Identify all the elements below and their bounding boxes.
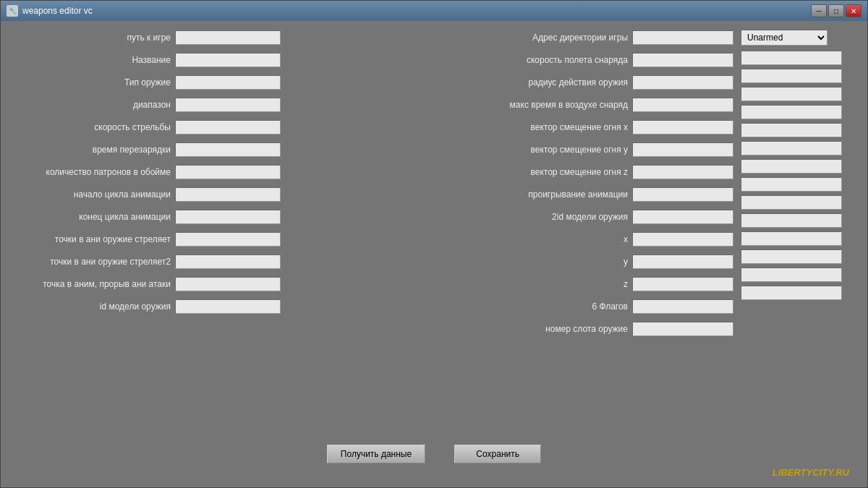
input-range xyxy=(175,98,281,112)
label-ammo-in-clip: количество патронов в обойме xyxy=(12,167,171,177)
anim-fire-point1-field[interactable] xyxy=(175,232,281,247)
fire-offset-x-field[interactable] xyxy=(632,120,733,134)
row-coord-y: y xyxy=(288,252,733,271)
reload-time-field[interactable] xyxy=(175,142,281,157)
fire-offset-z-field[interactable] xyxy=(632,165,733,179)
label-anim-play: проигрывание анимации xyxy=(528,189,628,200)
row-name: Название xyxy=(12,51,281,69)
content-area: путь к игре Название Тип оружие xyxy=(1,21,867,487)
right-input-10[interactable] xyxy=(741,213,842,228)
input-anim-cycle-end xyxy=(175,210,281,224)
right-input-2[interactable] xyxy=(741,69,842,83)
right-input-3[interactable] xyxy=(741,87,842,101)
weapon-model-2id-field[interactable] xyxy=(632,210,733,224)
row-weapon-model-2id: 2id модели оружия xyxy=(288,207,733,226)
row-fire-speed: скорость стрельбы xyxy=(12,118,281,137)
input-reload-time xyxy=(175,142,281,157)
window-title: weapons editor vc xyxy=(22,6,93,16)
right-input-5[interactable] xyxy=(741,123,842,137)
row-anim-attack-break: точка в аним, прорыв ани атаки xyxy=(12,275,281,294)
label-anim-fire-point1: точки в ани оружие стреляет xyxy=(12,234,171,244)
row-reload-time: время перезарядки xyxy=(12,140,281,159)
label-fire-offset-z: вектор смещение огня z xyxy=(530,167,628,177)
minimize-button[interactable]: ─ xyxy=(811,4,827,17)
row-anim-play: проигрывание анимации xyxy=(288,185,733,204)
row-anim-fire-point2: точки в ани оружие стреляет2 xyxy=(12,252,281,271)
coord-z-field[interactable] xyxy=(632,277,733,291)
anim-play-field[interactable] xyxy=(632,187,733,202)
bottom-buttons: Получить данные Сохранить xyxy=(12,437,856,467)
fire-offset-y-field[interactable] xyxy=(632,142,733,157)
label-weapon-type: Тип оружие xyxy=(12,77,171,87)
game-dir-field[interactable] xyxy=(632,30,733,45)
input-weapon-model-id xyxy=(175,299,281,314)
label-weapon-model-2id: 2id модели оружия xyxy=(552,212,628,222)
label-reload-time: время перезарядки xyxy=(12,145,171,155)
label-coord-x: x xyxy=(624,234,628,244)
main-area: путь к игре Название Тип оружие xyxy=(12,28,856,437)
label-anim-cycle-end: конец цикла анимации xyxy=(12,212,171,222)
row-coord-z: z xyxy=(288,275,733,294)
title-buttons: ─ □ ✕ xyxy=(811,4,861,17)
label-coord-y: y xyxy=(624,257,628,267)
right-input-4[interactable] xyxy=(741,105,842,119)
right-input-14[interactable] xyxy=(741,286,842,300)
ammo-in-clip-field[interactable] xyxy=(175,165,281,179)
fire-speed-field[interactable] xyxy=(175,120,281,134)
right-input-11[interactable] xyxy=(741,231,842,246)
path-to-game-field[interactable] xyxy=(175,30,281,45)
label-fire-speed: скорость стрельбы xyxy=(12,122,171,132)
label-name: Название xyxy=(12,55,171,65)
weapon-slot-field[interactable] xyxy=(632,322,733,336)
anim-fire-point2-field[interactable] xyxy=(175,254,281,269)
right-input-8[interactable] xyxy=(741,177,842,192)
weapon-model-id-field[interactable] xyxy=(175,299,281,314)
right-input-6[interactable] xyxy=(741,141,842,155)
anim-cycle-end-field[interactable] xyxy=(175,210,281,224)
max-air-time-field[interactable] xyxy=(632,98,733,112)
right-input-13[interactable] xyxy=(741,267,842,282)
label-fire-offset-y: вектор смещение огня y xyxy=(530,145,628,155)
label-flags6: 6 Флагов xyxy=(592,301,628,312)
range-field[interactable] xyxy=(175,98,281,112)
name-field[interactable] xyxy=(175,53,281,67)
right-input-9[interactable] xyxy=(741,195,842,210)
right-input-7[interactable] xyxy=(741,159,842,174)
coord-x-field[interactable] xyxy=(632,232,733,247)
label-fire-offset-x: вектор смещение огня x xyxy=(530,122,628,132)
row-anim-cycle-start: начало цикла анимации xyxy=(12,185,281,204)
weapon-radius-field[interactable] xyxy=(632,75,733,90)
row-fire-offset-y: вектор смещение огня y xyxy=(288,140,733,159)
row-range: диапазон xyxy=(12,95,281,114)
get-data-button[interactable]: Получить данные xyxy=(327,445,425,463)
row-projectile-speed: скорость полета снаряда xyxy=(288,51,733,69)
save-button[interactable]: Сохранить xyxy=(454,445,541,463)
anim-attack-break-field[interactable] xyxy=(175,277,281,291)
close-button[interactable]: ✕ xyxy=(846,4,861,17)
label-coord-z: z xyxy=(624,279,628,289)
label-weapon-slot: номер слота оружие xyxy=(545,324,628,334)
right-input-1[interactable] xyxy=(741,51,842,65)
projectile-speed-field[interactable] xyxy=(632,53,733,67)
row-weapon-slot: номер слота оружие xyxy=(288,320,733,338)
flags6-field[interactable] xyxy=(632,299,733,314)
weapon-type-field[interactable] xyxy=(175,75,281,90)
weapon-dropdown[interactable]: Unarmed Melee Handgun Shotgun SMG Assaul… xyxy=(741,30,827,46)
coord-y-field[interactable] xyxy=(632,254,733,269)
watermark: LIBERTYCITY.RU xyxy=(12,467,856,480)
label-range: диапазон xyxy=(12,100,171,110)
label-anim-attack-break: точка в аним, прорыв ани атаки xyxy=(12,279,171,289)
right-input-12[interactable] xyxy=(741,249,842,264)
maximize-button[interactable]: □ xyxy=(828,4,844,17)
label-max-air-time: макс время в воздухе снаряд xyxy=(510,100,628,110)
right-column: Unarmed Melee Handgun Shotgun SMG Assaul… xyxy=(741,28,856,437)
input-anim-fire-point2 xyxy=(175,254,281,269)
row-weapon-model-id: id модели оружия xyxy=(12,297,281,316)
input-weapon-type xyxy=(175,75,281,90)
input-ammo-in-clip xyxy=(175,165,281,179)
input-path-to-game xyxy=(175,30,281,45)
label-anim-cycle-start: начало цикла анимации xyxy=(12,189,171,200)
label-weapon-radius: радиус действия оружия xyxy=(528,77,628,87)
title-bar: 🔧 weapons editor vc ─ □ ✕ xyxy=(1,1,867,21)
anim-cycle-start-field[interactable] xyxy=(175,187,281,202)
